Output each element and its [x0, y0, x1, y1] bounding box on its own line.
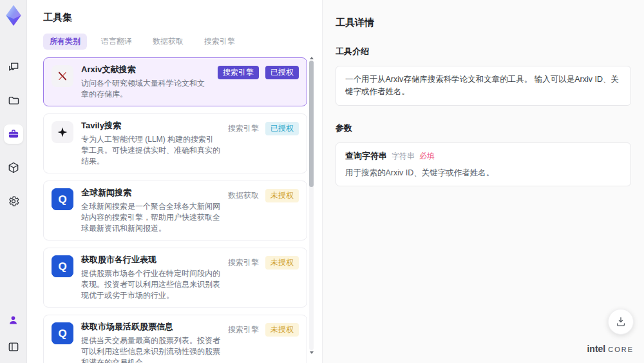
- package-icon: [7, 161, 20, 174]
- intel-core-logo: intel CORE: [587, 344, 634, 354]
- tool-description: 全球新闻搜索是一个聚合全球各大新闻网站内容的搜索引擎，帮助用户快速获取全球最新资…: [81, 201, 220, 234]
- nav-toggle-panel[interactable]: [4, 337, 23, 357]
- arxiv-icon: [52, 65, 73, 87]
- auth-status-badge: 已授权: [265, 66, 299, 79]
- tool-name: Arxiv文献搜索: [81, 64, 210, 75]
- auth-status-badge: 未授权: [265, 323, 299, 337]
- param-name: 查询字符串: [345, 150, 387, 162]
- auth-status-badge: 未授权: [265, 256, 299, 270]
- auth-status-badge: 已授权: [265, 122, 299, 135]
- category-label: 数据获取: [228, 189, 259, 202]
- tool-card-stock-industry[interactable]: Q 获取股市各行业表现 提供股票市场各个行业在特定时间段内的表现。投资者可以利用…: [43, 248, 307, 308]
- toolbox-icon: [7, 128, 20, 141]
- tool-name: 全球新闻搜索: [81, 187, 220, 199]
- intro-text: 一个用于从Arxiv存储库搜索科学论文和文章的工具。 输入可以是Arxiv ID…: [345, 74, 621, 98]
- core-logo-text: CORE: [608, 346, 634, 353]
- tool-list: Arxiv文献搜索 访问各个研究领域大量科学论文和文章的存储库。 搜索引擎 已授…: [43, 57, 307, 363]
- tool-description: 提供股票市场各个行业在特定时间段内的表现。投资者可以利用这些信息来识别表现优于或…: [81, 268, 220, 301]
- tool-card-global-news[interactable]: Q 全球新闻搜索 全球新闻搜索是一个聚合全球各大新闻网站内容的搜索引擎，帮助用户…: [43, 181, 307, 240]
- tab-data-fetching[interactable]: 数据获取: [146, 34, 190, 50]
- tool-description: 专为人工智能代理 (LLM) 构建的搜索引擎工具。可快速提供实时、准确和真实的结…: [81, 134, 220, 167]
- params-section-title: 参数: [336, 123, 631, 134]
- param-card: 查询字符串 字符串 必填 用于搜索的Arxiv ID、关键字或作者姓名。: [336, 142, 631, 186]
- tab-all-categories[interactable]: 所有类别: [43, 34, 87, 50]
- detail-title: 工具详情: [336, 17, 631, 29]
- chat-icon: [7, 61, 20, 74]
- intro-card: 一个用于从Arxiv存储库搜索科学论文和文章的工具。 输入可以是Arxiv ID…: [336, 66, 631, 106]
- category-tabs: 所有类别 语言翻译 数据获取 搜索引擎: [43, 34, 307, 50]
- tool-description: 访问各个研究领域大量科学论文和文章的存储库。: [81, 78, 210, 100]
- param-required-badge: 必填: [419, 151, 435, 162]
- category-label: 搜索引擎: [228, 122, 259, 135]
- nav-tools[interactable]: [4, 124, 23, 144]
- tool-name: 获取股市各行业表现: [81, 254, 220, 266]
- nav-files[interactable]: [4, 91, 23, 110]
- tool-detail-panel: 工具详情 工具介绍 一个用于从Arxiv存储库搜索科学论文和文章的工具。 输入可…: [322, 0, 644, 363]
- tool-name: 获取市场最活跃股票信息: [81, 321, 220, 333]
- nav-user[interactable]: [4, 310, 23, 329]
- app-window: 工具集 所有类别 语言翻译 数据获取 搜索引擎 Arxiv文献搜索 访问各个研究…: [0, 0, 644, 363]
- tool-card-tavily[interactable]: Tavily搜索 专为人工智能代理 (LLM) 构建的搜索引擎工具。可快速提供实…: [43, 113, 307, 173]
- stock-search-icon: Q: [52, 255, 73, 277]
- tool-description: 提供当天交易量最高的股票列表。投资者可以利用这些信息来识别流动性强的股票和潜在的…: [81, 335, 220, 363]
- scrollbar-track[interactable]: [309, 61, 314, 350]
- category-badge: 搜索引擎: [218, 66, 259, 79]
- nav-packages[interactable]: [4, 158, 23, 177]
- panel-icon: [7, 340, 20, 353]
- svg-text:Q: Q: [58, 193, 66, 206]
- category-label: 搜索引擎: [228, 323, 259, 337]
- auth-status-badge: 未授权: [265, 189, 299, 202]
- tool-name: Tavily搜索: [81, 120, 220, 132]
- tavily-star-icon: [52, 121, 73, 143]
- icon-rail: [0, 0, 27, 363]
- tool-card-active-stocks[interactable]: Q 获取市场最活跃股票信息 提供当天交易量最高的股票列表。投资者可以利用这些信息…: [43, 315, 307, 363]
- app-logo: [3, 5, 24, 26]
- scrollbar-down-arrow[interactable]: [310, 351, 314, 354]
- user-icon: [7, 314, 19, 326]
- category-label: 搜索引擎: [228, 256, 259, 270]
- settings-icon: [7, 195, 20, 208]
- scrollbar-up-arrow[interactable]: [310, 57, 314, 59]
- nav-chat[interactable]: [4, 57, 23, 77]
- param-description: 用于搜索的Arxiv ID、关键字或作者姓名。: [345, 168, 621, 179]
- nav-settings[interactable]: [4, 191, 23, 211]
- tool-list-panel: 工具集 所有类别 语言翻译 数据获取 搜索引擎 Arxiv文献搜索 访问各个研究…: [27, 0, 322, 363]
- folder-icon: [7, 94, 20, 107]
- tab-language-translation[interactable]: 语言翻译: [95, 34, 138, 50]
- page-title: 工具集: [43, 12, 307, 24]
- intel-logo-text: intel: [587, 344, 605, 354]
- stock-search-icon: Q: [52, 322, 73, 344]
- svg-text:Q: Q: [58, 328, 66, 340]
- intro-section-title: 工具介绍: [336, 46, 631, 57]
- tool-card-arxiv[interactable]: Arxiv文献搜索 访问各个研究领域大量科学论文和文章的存储库。 搜索引擎 已授…: [43, 57, 307, 106]
- download-button[interactable]: [608, 309, 634, 335]
- rail-nav: [4, 57, 23, 211]
- scrollbar-thumb[interactable]: [309, 61, 314, 187]
- tab-search-engine[interactable]: 搜索引擎: [198, 34, 242, 50]
- download-icon: [614, 315, 627, 328]
- news-search-icon: Q: [52, 188, 73, 210]
- svg-text:Q: Q: [58, 260, 66, 273]
- param-type: 字符串: [392, 151, 415, 162]
- rail-bottom: [4, 310, 23, 357]
- list-scrollbar: [309, 57, 314, 354]
